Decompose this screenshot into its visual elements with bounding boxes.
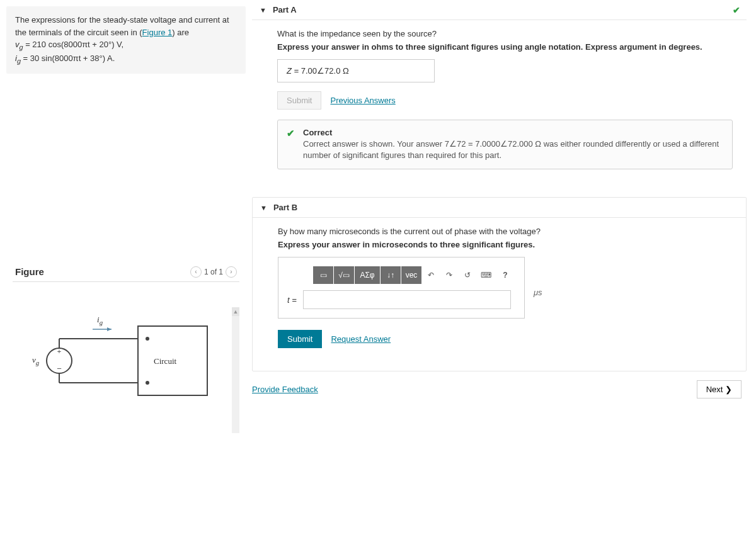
figure-prev-button[interactable]: ‹ [190,266,202,278]
circuit-box-label: Circuit [154,356,176,366]
check-icon: ✔ [733,5,740,15]
part-a-answer-display: Z = 7.00∠72.0 Ω [277,59,435,82]
svg-text:+: + [57,348,61,355]
figure-pager: ‹ 1 of 1 › [190,266,237,278]
intro-text-pre: The expressions for the steady-state vol… [15,15,229,37]
part-a: ▼ Part A ✔ What is the impedance seen by… [252,0,747,182]
subsup-button[interactable]: ↓↑ [381,266,401,284]
footer-row: Provide Feedback Next ❯ [252,371,747,405]
greek-button[interactable]: ΑΣφ [355,266,380,284]
svg-marker-11 [107,327,112,331]
figure-link[interactable]: Figure 1 [142,28,173,37]
answer-label: t = [287,295,297,305]
provide-feedback-link[interactable]: Provide Feedback [252,385,318,394]
figure-pager-text: 1 of 1 [204,268,223,276]
unit-label: μs [534,288,542,297]
caret-down-icon: ▼ [260,204,267,212]
answer-input[interactable] [303,290,511,309]
part-a-question: What is the impedance seen by the source… [277,29,733,38]
circuit-diagram: + − vg [25,307,220,402]
vec-button[interactable]: vec [401,266,421,284]
part-b-title: Part B [273,203,297,212]
root-button[interactable]: √▭ [334,266,354,284]
redo-button[interactable]: ↷ [440,266,458,284]
reset-button[interactable]: ↺ [459,266,476,284]
part-b-question: By how many microseconds is the current … [278,227,732,236]
feedback-message: Correct answer is shown. Your answer 7∠7… [303,138,722,161]
figure-viewport: ▲ + − [13,307,239,433]
part-b-instruction: Express your answer in microseconds to t… [278,240,732,249]
answer-box: ▭ √▭ ΑΣφ ↓↑ vec ↶ ↷ ↺ ⌨ ? t = [278,257,525,319]
part-a-feedback: ✔ Correct Correct answer is shown. Your … [277,120,733,169]
svg-text:−: − [57,364,62,373]
next-button[interactable]: Next ❯ [697,380,742,399]
figure-next-button[interactable]: › [226,266,237,278]
part-b-submit-button[interactable]: Submit [278,330,322,348]
part-a-title: Part A [273,5,297,14]
svg-point-9 [146,381,149,385]
keyboard-button[interactable]: ⌨ [477,266,495,284]
part-a-submit-button: Submit [277,91,321,110]
problem-statement: The expressions for the steady-state vol… [6,6,246,74]
undo-button[interactable]: ↶ [422,266,440,284]
part-b: ▼ Part B By how many microseconds is the… [252,197,747,371]
scroll-up-icon[interactable]: ▲ [232,307,239,316]
figure-title: Figure [15,266,44,277]
check-icon: ✔ [287,128,295,139]
eq1-rhs: = 210 cos(8000πt + 20°) V, [23,40,124,49]
svg-point-8 [146,337,149,341]
part-b-header[interactable]: ▼ Part B [253,198,746,218]
equation-toolbar: ▭ √▭ ΑΣφ ↓↑ vec ↶ ↷ ↺ ⌨ ? [287,266,515,284]
feedback-title: Correct [303,128,722,137]
request-answer-link[interactable]: Request Answer [331,334,391,344]
eq2-rhs: = 30 sin(8000πt + 38°) A. [21,54,115,63]
help-button[interactable]: ? [495,266,515,284]
vg-label: vg [32,355,39,366]
previous-answers-link[interactable]: Previous Answers [330,96,395,105]
figure-panel: Figure ‹ 1 of 1 › ▲ [6,263,246,433]
templates-button[interactable]: ▭ [313,266,333,284]
part-a-header[interactable]: ▼ Part A ✔ [252,0,747,20]
intro-text-post: ) are [172,28,189,37]
caret-down-icon: ▼ [260,6,266,14]
part-a-instruction: Express your answer in ohms to three sig… [277,42,733,52]
ig-label: ig [97,315,103,326]
